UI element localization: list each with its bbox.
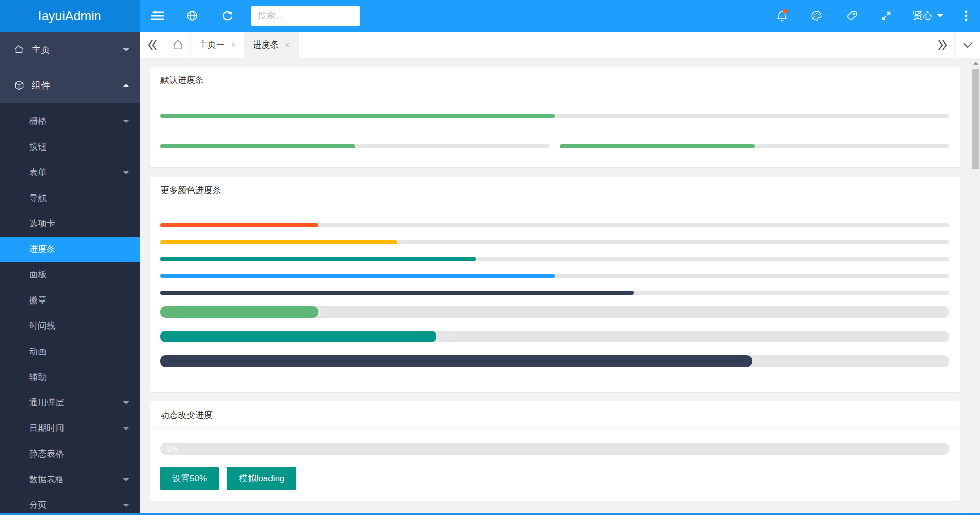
progress-bar <box>160 355 949 367</box>
progress-fill <box>160 331 436 342</box>
tab-close-icon[interactable]: × <box>231 40 236 50</box>
sidebar-subitem[interactable]: 面板 <box>0 262 140 288</box>
fullscreen-icon[interactable] <box>869 0 904 32</box>
sidebar-subitem[interactable]: 栅格 <box>0 109 140 134</box>
sidebar-subitem-label: 导航 <box>29 193 47 203</box>
sidebar-nav: 主页组件栅格按钮表单导航选项卡进度条面板徽章时间线动画辅助通用弹层日期时间静态表… <box>0 32 140 515</box>
sidebar-subitem-label: 分页 <box>29 500 47 510</box>
sidebar-subitem[interactable]: 静态表格 <box>0 441 140 467</box>
chevron-down-icon <box>123 171 129 177</box>
progress-bar <box>160 223 949 227</box>
page-tabbar: 主页一×进度条× <box>140 32 980 58</box>
sidebar-subitem-label: 徽章 <box>29 295 47 305</box>
tabbar-spacer <box>299 32 929 58</box>
progress-fill <box>160 144 355 148</box>
refresh-icon[interactable] <box>210 0 244 32</box>
progress-bar <box>160 240 949 244</box>
set-50-percent-button[interactable]: 设置50% <box>160 467 219 490</box>
sidebar-subitem[interactable]: 通用弹层 <box>0 390 140 416</box>
chevron-down-icon <box>123 48 129 54</box>
sidebar-item[interactable]: 组件 <box>0 68 140 103</box>
sidebar-subitem-label: 通用弹层 <box>29 398 64 407</box>
card-title: 更多颜色进度条 <box>150 177 960 203</box>
progress-fill <box>160 274 555 278</box>
tab-label: 进度条 <box>253 39 279 51</box>
sidebar-subitem[interactable]: 导航 <box>0 185 140 211</box>
scrollbar-thumb[interactable] <box>972 69 979 169</box>
more-dots-icon[interactable] <box>952 0 980 32</box>
progress-bar <box>160 306 949 318</box>
progress-fill <box>560 144 755 148</box>
username: 贤心 <box>913 9 932 23</box>
progress-fill <box>160 114 555 118</box>
card-title: 默认进度条 <box>150 67 960 93</box>
progress-fill <box>160 240 397 244</box>
sidebar-subitem-active[interactable]: 进度条 <box>0 237 140 262</box>
globe-icon[interactable] <box>175 0 210 32</box>
sidebar-subitem-label: 辅助 <box>29 372 47 382</box>
app-logo: layuiAdmin <box>0 0 140 32</box>
tab-close-icon[interactable]: × <box>285 40 289 50</box>
sidebar-item-label: 组件 <box>32 79 50 92</box>
progress-fill <box>160 257 476 261</box>
sidebar-subitem[interactable]: 辅助 <box>0 364 140 390</box>
chevron-down-icon <box>937 14 943 20</box>
notification-badge <box>783 9 788 14</box>
user-menu[interactable]: 贤心 <box>904 0 952 32</box>
sidebar-subitem-label: 选项卡 <box>29 219 55 228</box>
palette-icon[interactable] <box>799 0 834 32</box>
tab-active[interactable]: 进度条× <box>244 32 298 58</box>
tag-icon[interactable] <box>834 0 869 32</box>
sidebar-subitem-label: 按钮 <box>29 142 47 152</box>
bell-icon[interactable] <box>764 0 799 32</box>
main-content: 默认进度条 更多颜色进度条 动态改变进度 0% 设置50% 模拟loading <box>140 58 971 515</box>
progress-bar <box>160 274 949 278</box>
progress-fill <box>160 306 318 318</box>
cube-icon <box>14 80 25 91</box>
progress-fill <box>160 223 318 227</box>
sidebar-subitem[interactable]: 表单 <box>0 160 140 185</box>
home-tab[interactable] <box>165 32 191 58</box>
sidebar-subitem[interactable]: 日期时间 <box>0 416 140 441</box>
tabs-scroll-right-button[interactable] <box>929 32 954 58</box>
card-dynamic-progress: 动态改变进度 0% 设置50% 模拟loading <box>150 401 960 501</box>
chevron-up-icon <box>123 81 129 87</box>
progress-bar <box>160 114 949 118</box>
sidebar-subitem-label: 静态表格 <box>29 449 64 459</box>
sidebar-subitem[interactable]: 选项卡 <box>0 211 140 237</box>
header-search <box>251 6 360 26</box>
card-color-progress: 更多颜色进度条 <box>150 177 960 392</box>
chevron-down-icon <box>123 478 129 484</box>
chevron-down-icon <box>123 504 129 510</box>
card-default-progress: 默认进度条 <box>150 67 960 167</box>
tabs-scroll-left-button[interactable] <box>140 32 165 58</box>
sidebar-subitem-label: 时间线 <box>29 321 55 331</box>
progress-bar <box>560 144 949 148</box>
search-input[interactable] <box>251 6 360 26</box>
sidebar-subitem-label: 进度条 <box>29 244 55 254</box>
chevron-down-icon <box>123 427 129 433</box>
sidebar-subitem[interactable]: 动画 <box>0 339 140 364</box>
home-icon <box>14 44 25 55</box>
sidebar-subitem-label: 动画 <box>29 347 47 356</box>
sidebar-subitem-label: 数据表格 <box>29 475 64 484</box>
sidebar-subitem[interactable]: 分页 <box>0 492 140 515</box>
sidebar-subitem[interactable]: 按钮 <box>0 134 140 160</box>
simulate-loading-button[interactable]: 模拟loading <box>227 467 296 490</box>
collapse-menu-icon[interactable] <box>140 0 175 32</box>
card-title: 动态改变进度 <box>150 401 960 428</box>
progress-fill <box>160 355 752 367</box>
progress-bar <box>160 331 949 342</box>
progress-bar <box>160 144 550 148</box>
sidebar-item-label: 主页 <box>32 44 50 56</box>
sidebar-subitem[interactable]: 徽章 <box>0 288 140 313</box>
sidebar-subitem[interactable]: 时间线 <box>0 313 140 339</box>
sidebar-subitem[interactable]: 数据表格 <box>0 467 140 492</box>
chevron-down-icon <box>123 401 129 407</box>
sidebar-submenu: 栅格按钮表单导航选项卡进度条面板徽章时间线动画辅助通用弹层日期时间静态表格数据表… <box>0 103 140 515</box>
tab-item[interactable]: 主页一× <box>191 32 244 58</box>
sidebar-item[interactable]: 主页 <box>0 32 140 68</box>
tabs-menu-button[interactable] <box>954 32 980 58</box>
vertical-scrollbar[interactable] <box>971 58 980 515</box>
scrollbar-up-arrow-icon[interactable] <box>971 58 980 67</box>
